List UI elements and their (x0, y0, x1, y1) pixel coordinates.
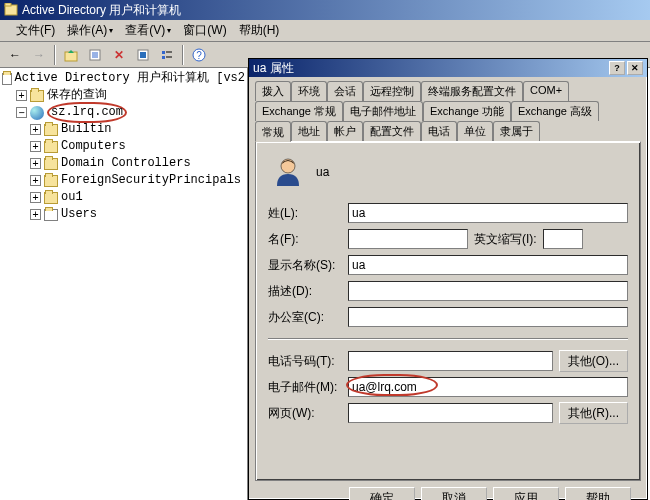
folder-icon (44, 192, 58, 204)
dialog-footer: 确定 取消 应用 帮助 (255, 481, 641, 500)
expander-icon[interactable]: + (30, 158, 41, 169)
web-other-button[interactable]: 其他(R)... (559, 402, 628, 424)
label-given: 名(F): (268, 231, 342, 248)
menu-file[interactable]: 文件(F) (10, 20, 61, 41)
tab-exch-func[interactable]: Exchange 功能 (423, 101, 511, 121)
description-field[interactable] (348, 281, 628, 301)
label-office: 办公室(C): (268, 309, 342, 326)
tab-dialin[interactable]: 拨入 (255, 81, 291, 101)
tab-memberof[interactable]: 隶属于 (493, 121, 540, 141)
tab-account[interactable]: 帐户 (327, 121, 363, 141)
tree-item-dc[interactable]: +Domain Controllers (2, 155, 245, 172)
phone-other-button[interactable]: 其他(O)... (559, 350, 628, 372)
tab-phone[interactable]: 电话 (421, 121, 457, 141)
apply-button[interactable]: 应用 (493, 487, 559, 500)
expander-icon[interactable]: + (30, 124, 41, 135)
tree-domain[interactable]: − sz.lrq.com (2, 104, 245, 121)
tab-session[interactable]: 会话 (327, 81, 363, 101)
tab-org[interactable]: 单位 (457, 121, 493, 141)
tb-back[interactable]: ← (4, 44, 26, 66)
label-desc: 描述(D): (268, 283, 342, 300)
annotation-circle: sz.lrq.com (47, 102, 127, 123)
surname-field[interactable] (348, 203, 628, 223)
tb-fwd[interactable]: → (28, 44, 50, 66)
expander-icon[interactable]: + (30, 192, 41, 203)
label-web: 网页(W): (268, 405, 342, 422)
tree-view[interactable]: Active Directory 用户和计算机 [vs2 + 保存的查询 − s… (0, 68, 248, 500)
tab-general[interactable]: 常规 (255, 121, 291, 142)
svg-point-16 (281, 159, 295, 173)
label-email: 电子邮件(M): (268, 379, 342, 396)
tab-remote[interactable]: 远程控制 (363, 81, 421, 101)
folder-icon (44, 124, 58, 136)
tree-item-ou1[interactable]: +ou1 (2, 189, 245, 206)
menubar: 文件(F) 操作(A)▾ 查看(V)▾ 窗口(W) 帮助(H) (0, 20, 650, 42)
tab-general-pane: ua 姓(L): 名(F): 英文缩写(I): 显示名称(S): (255, 141, 641, 481)
tab-exch-adv[interactable]: Exchange 高级 (511, 101, 599, 121)
expander-icon[interactable]: − (16, 107, 27, 118)
user-avatar-icon (272, 156, 304, 188)
tree-item-users[interactable]: +Users (2, 206, 245, 223)
tab-com[interactable]: COM+ (523, 81, 569, 101)
domain-icon (30, 106, 44, 120)
svg-rect-11 (162, 56, 165, 59)
tree-item-computers[interactable]: +Computers (2, 138, 245, 155)
phone-field[interactable] (348, 351, 553, 371)
office-field[interactable] (348, 307, 628, 327)
close-button[interactable]: ✕ (627, 61, 643, 75)
tab-env[interactable]: 环境 (291, 81, 327, 101)
folder-icon (30, 90, 44, 102)
svg-rect-3 (65, 52, 77, 61)
expander-icon[interactable]: + (30, 209, 41, 220)
dialog-titlebar: ua 属性 ? ✕ (249, 59, 647, 77)
email-field[interactable] (348, 377, 628, 397)
help-button[interactable]: ? (609, 61, 625, 75)
given-field[interactable] (348, 229, 468, 249)
expander-icon[interactable]: + (30, 141, 41, 152)
menu-view[interactable]: 查看(V)▾ (119, 20, 177, 41)
app-icon (4, 3, 18, 17)
label-display: 显示名称(S): (268, 257, 342, 274)
expander-icon[interactable]: + (30, 175, 41, 186)
menu-ops[interactable]: 操作(A)▾ (61, 20, 119, 41)
display-name-field[interactable] (348, 255, 628, 275)
tb-up[interactable] (60, 44, 82, 66)
tb-refresh[interactable] (132, 44, 154, 66)
tb-help[interactable]: ? (188, 44, 210, 66)
svg-rect-1 (5, 3, 11, 6)
tab-email-addr[interactable]: 电子邮件地址 (343, 101, 423, 121)
tab-exch-gen[interactable]: Exchange 常规 (255, 101, 343, 121)
web-field[interactable] (348, 403, 553, 423)
tb-delete[interactable]: ✕ (108, 44, 130, 66)
svg-rect-9 (140, 52, 146, 58)
label-initials: 英文缩写(I): (474, 231, 537, 248)
window-titlebar: Active Directory 用户和计算机 (0, 0, 650, 20)
tree-item-fsp[interactable]: +ForeignSecurityPrincipals (2, 172, 245, 189)
label-phone: 电话号码(T): (268, 353, 342, 370)
tb-props[interactable] (84, 44, 106, 66)
tree-saved-queries[interactable]: + 保存的查询 (2, 87, 245, 104)
tab-ts[interactable]: 终端服务配置文件 (421, 81, 523, 101)
tab-strip: 拨入 环境 会话 远程控制 终端服务配置文件 COM+ Exchange 常规 … (255, 81, 641, 481)
user-display-name: ua (316, 165, 329, 179)
help-button[interactable]: 帮助 (565, 487, 631, 500)
folder-icon (44, 141, 58, 153)
folder-icon (44, 175, 58, 187)
folder-icon (44, 209, 58, 221)
tree-item-builtin[interactable]: +Builtin (2, 121, 245, 138)
tb-list[interactable] (156, 44, 178, 66)
folder-icon (44, 158, 58, 170)
dialog-title: ua 属性 (253, 59, 294, 77)
svg-text:?: ? (196, 50, 202, 61)
tab-address[interactable]: 地址 (291, 121, 327, 141)
ok-button[interactable]: 确定 (349, 487, 415, 500)
menu-window[interactable]: 窗口(W) (177, 20, 232, 41)
tab-profile[interactable]: 配置文件 (363, 121, 421, 141)
tree-root[interactable]: Active Directory 用户和计算机 [vs2 (2, 70, 245, 87)
menu-help[interactable]: 帮助(H) (233, 20, 286, 41)
initials-field[interactable] (543, 229, 583, 249)
expander-icon[interactable]: + (16, 90, 27, 101)
window-title: Active Directory 用户和计算机 (22, 0, 181, 20)
svg-rect-10 (162, 51, 165, 54)
cancel-button[interactable]: 取消 (421, 487, 487, 500)
